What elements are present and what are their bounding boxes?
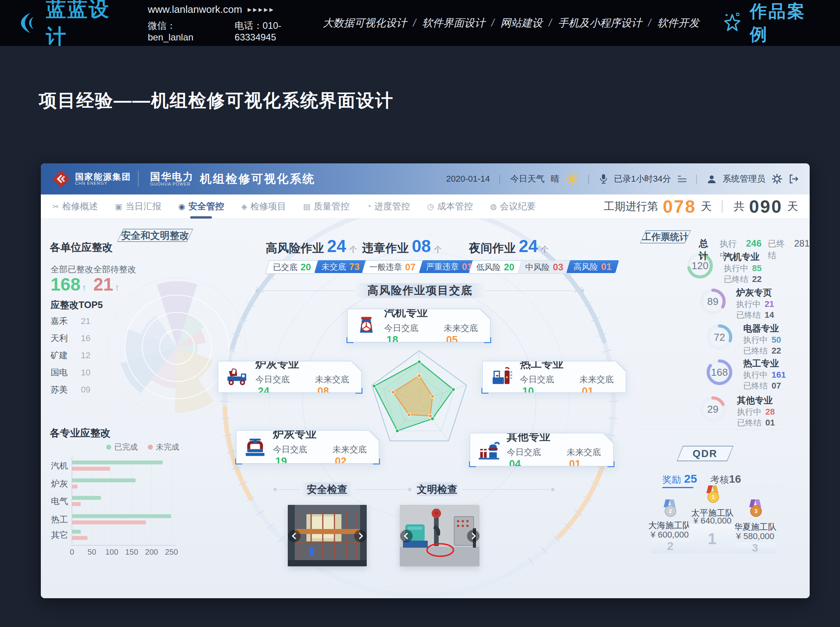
svg-text:电气: 电气 [51, 496, 68, 506]
tab-progress-control[interactable]: ◔进度管控 [366, 194, 410, 218]
project-duration: 工期进行第 078 天 │ 共 090 天 [604, 196, 798, 217]
org-chn-energy: 国家能源集团 CHN ENERGY [75, 172, 131, 186]
violation-work-stat: 违章作业 08 个 一般违章07 严重违章01 [362, 236, 477, 274]
calendar-icon: ▣ [115, 202, 122, 211]
chn-energy-logo-icon [52, 170, 70, 188]
portfolio-link[interactable]: 作品案例 [721, 0, 824, 46]
svg-text:150: 150 [125, 548, 138, 556]
valve-icon [244, 436, 266, 458]
vsep: │ [695, 175, 700, 184]
hourglass-icon: ◔ [366, 202, 371, 211]
high-risk-tag: 高风险01 [567, 260, 619, 273]
list-icon[interactable] [677, 175, 687, 183]
connector-line [354, 489, 407, 490]
tab-cost-control[interactable]: ◷成本管控 [427, 194, 473, 218]
tab-assessment[interactable]: 考核16 [710, 473, 741, 486]
main-tabs: ✂检修概述 ▣当日汇报 ◉安全管控 ◈检修项目 ▤质量管控 ◔进度管控 ◷成本管… [41, 194, 810, 219]
low-risk-tag: 低风险20 [469, 260, 522, 274]
nav-item-bigdata[interactable]: 大数据可视化设计 [323, 16, 407, 30]
duration-total-prefix: 共 [733, 199, 744, 214]
tab-safety-control[interactable]: ◉安全管控 [178, 194, 224, 218]
unit-rectification-title: 各单位应整改 [50, 240, 113, 254]
site-contact: www.lanlanwork.com ▸▸▸▸▸ 微信：ben_lanlan 电… [148, 4, 323, 43]
carousel-next-button[interactable] [354, 530, 367, 542]
turbine-icon [355, 314, 377, 337]
weather-label: 今日天气 [510, 173, 544, 185]
page: 蓝蓝设计 www.lanlanwork.com ▸▸▸▸▸ 微信：ben_lan… [0, 0, 840, 627]
svg-text:其它: 其它 [51, 530, 68, 540]
report-icon: ▤ [303, 202, 311, 211]
nav-item-software-ui[interactable]: 软件界面设计 [422, 16, 485, 30]
org1-cn: 国家能源集团 [75, 172, 131, 181]
nav-item-dev[interactable]: 软件开发 [657, 16, 699, 30]
svg-text:200: 200 [145, 548, 158, 556]
donut-value: 89 [699, 287, 727, 315]
tab-meeting-minutes[interactable]: ◍会议纪要 [490, 194, 536, 218]
svg-text:汽机: 汽机 [51, 461, 68, 471]
tab-maintenance-projects[interactable]: ◈检修项目 [241, 194, 286, 218]
site-nav: 大数据可视化设计 / 软件界面设计 / 网站建设 / 手机及小程序设计 / 软件… [323, 16, 699, 30]
vsep: │ [498, 175, 503, 184]
tab-quality-control[interactable]: ▤质量管控 [303, 194, 350, 218]
connector-line [485, 291, 579, 291]
logout-icon[interactable] [789, 174, 799, 184]
tab-overview[interactable]: ✂检修概述 [52, 194, 98, 218]
high-risk-briefing-title: 高风险作业项目交底 [356, 283, 484, 298]
donut-value: 168 [705, 358, 733, 386]
dashboard-header: 国家能源集团 CHN ENERGY 国华电力 GUOHUA POWER 机组检修… [41, 163, 810, 194]
specialty-rectification-bar-chart: 050100150200250汽机炉灰电气热工其它 [48, 452, 219, 559]
carousel-next-button[interactable] [467, 530, 480, 542]
safety-civilized-rectification-badge[interactable]: 安全和文明整改 [117, 229, 193, 242]
legend-done: 已完成 [106, 442, 138, 452]
username[interactable]: 系统管理员 [723, 173, 765, 185]
donut-label-block: 汽机专业 执行中85 已终结22 [724, 251, 761, 285]
carousel-prev-button[interactable] [400, 530, 413, 542]
up-arrow-icon: ↑ [82, 282, 87, 293]
connector-line [462, 489, 550, 490]
donut-label-block: 炉灰专页 执行中21 已终结14 [736, 287, 774, 321]
nav-item-mobile[interactable]: 手机及小程序设计 [558, 16, 642, 30]
svg-text:热工: 热工 [51, 515, 68, 524]
tab-label: 质量管控 [313, 200, 349, 212]
donut-value: 72 [705, 323, 733, 351]
site-url[interactable]: www.lanlanwork.com [148, 4, 242, 16]
card-thermal-specialty: 热工专业 今日交底10 未来交底01 [482, 361, 626, 393]
briefed-tag: 已交底20 [265, 260, 319, 274]
gear-icon[interactable] [772, 173, 782, 184]
qdr-badge[interactable]: QDR [677, 446, 733, 461]
nav-separator: / [648, 17, 651, 29]
podium-step-3: 3 [735, 543, 775, 553]
record-time: 已录1小时34分 [614, 173, 671, 185]
card-ash-specialty-valve: 炉灰专业 今日交底19 未来交底02 [236, 430, 379, 464]
connector-dot [581, 289, 584, 292]
card-turbine-specialty: 汽机专业 今日交底18 未来交底05 [347, 309, 490, 342]
pink-dot-icon [148, 445, 153, 450]
donut-label-block: 热工专业 执行中161 已终结07 [743, 358, 786, 391]
duration-days: 078 [663, 196, 696, 217]
svg-text:0: 0 [70, 548, 74, 556]
arrows-decoration: ▸▸▸▸▸ [248, 5, 275, 14]
tab-label: 安全管控 [188, 200, 224, 212]
general-violation-tag: 一般违章07 [362, 260, 424, 274]
donut-label-block: 其他专业 执行中28 已终结01 [737, 395, 775, 428]
tab-reward[interactable]: 奖励25 [662, 472, 697, 486]
site-logo[interactable]: 蓝蓝设计 [16, 0, 131, 50]
bronze-medal-icon: 3 [749, 499, 762, 518]
civilized-check-title: 文明检查 [415, 482, 459, 496]
carousel-prev-button[interactable] [288, 530, 301, 542]
svg-text:50: 50 [88, 548, 96, 556]
connector-dot [408, 488, 411, 491]
scissors-icon: ✂ [52, 202, 59, 211]
divider [642, 429, 788, 429]
tab-label: 检修项目 [250, 200, 286, 212]
donut-value: 120 [686, 252, 714, 280]
card-other-specialty: 其他专业 今日交底04 未来交底01 [470, 433, 614, 466]
tab-label: 进度管控 [374, 200, 410, 212]
mixer-truck-icon [226, 366, 248, 387]
microphone-icon[interactable] [599, 174, 608, 184]
nav-item-website[interactable]: 网站建设 [500, 16, 542, 30]
tab-daily-report[interactable]: ▣当日汇报 [115, 194, 161, 218]
user-icon [707, 174, 716, 184]
nav-separator: / [492, 17, 495, 29]
work-ticket-stats-badge[interactable]: 工作票统计 [640, 230, 691, 243]
